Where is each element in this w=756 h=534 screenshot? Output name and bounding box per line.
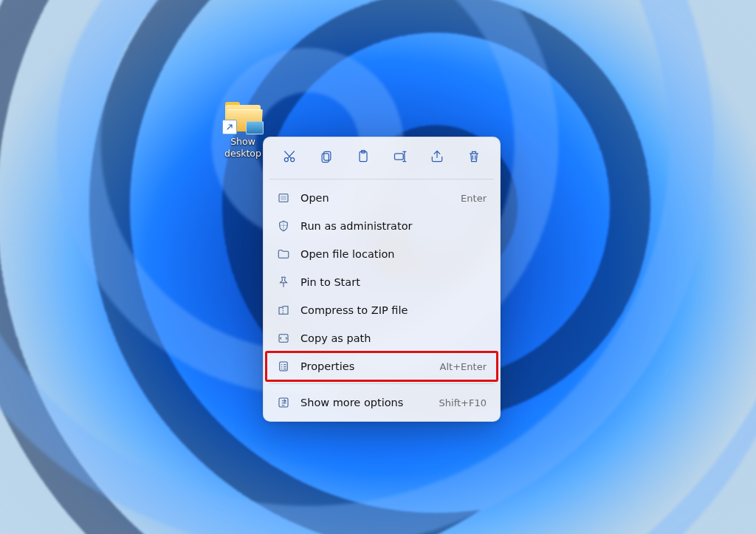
menu-item-open-file-location[interactable]: Open file location — [267, 240, 497, 268]
rename-button[interactable] — [388, 146, 413, 168]
svg-point-1 — [291, 157, 295, 161]
svg-rect-6 — [395, 153, 404, 159]
share-button[interactable] — [425, 146, 450, 168]
menu-item-label: Compress to ZIP file — [300, 304, 476, 316]
menu-item-accelerator: Shift+F10 — [439, 397, 487, 408]
menu-item-label: Open file location — [300, 248, 476, 260]
menu-item-open[interactable]: Open Enter — [267, 184, 497, 212]
menu-item-run-as-administrator[interactable]: Run as administrator — [267, 212, 497, 240]
share-icon — [430, 149, 444, 166]
menu-item-label: Open — [300, 192, 450, 204]
delete-button[interactable] — [461, 146, 487, 168]
cut-icon — [282, 149, 297, 166]
open-icon — [277, 191, 290, 205]
separator — [269, 383, 494, 384]
paste-button[interactable] — [351, 146, 376, 168]
folder-icon — [277, 247, 290, 261]
paste-icon — [356, 149, 371, 166]
copy-path-icon — [277, 332, 290, 345]
context-menu-top-actions — [264, 137, 500, 176]
properties-icon — [277, 360, 290, 373]
pin-icon — [277, 275, 290, 289]
menu-item-accelerator: Alt+Enter — [440, 361, 487, 372]
svg-point-0 — [284, 157, 288, 161]
desktop-shortcut-label: Show desktop — [223, 136, 263, 159]
menu-item-label: Copy as path — [300, 332, 476, 344]
menu-item-properties[interactable]: Properties Alt+Enter — [267, 352, 497, 380]
shortcut-arrow-icon — [222, 120, 237, 134]
menu-item-show-more-options[interactable]: Show more options Shift+F10 — [267, 388, 497, 417]
menu-item-label: Show more options — [300, 397, 429, 408]
menu-item-label: Properties — [300, 360, 430, 372]
menu-item-compress-to-zip[interactable]: Compress to ZIP file — [267, 296, 497, 324]
copy-button[interactable] — [314, 146, 339, 168]
svg-rect-2 — [324, 151, 331, 160]
cut-button[interactable] — [277, 146, 302, 168]
svg-rect-8 — [281, 196, 286, 200]
menu-item-pin-to-start[interactable]: Pin to Start — [267, 268, 497, 296]
zip-icon — [277, 304, 290, 317]
separator — [269, 179, 494, 179]
svg-rect-3 — [322, 153, 329, 162]
context-menu: Open Enter Run as administrator Open fil… — [263, 137, 501, 422]
svg-point-13 — [281, 369, 282, 369]
more-icon — [277, 396, 290, 409]
menu-item-accelerator: Enter — [461, 193, 487, 204]
rename-icon — [393, 149, 408, 166]
shield-icon — [277, 219, 290, 233]
menu-item-label: Pin to Start — [300, 276, 476, 288]
copy-icon — [319, 149, 334, 166]
svg-point-11 — [281, 364, 282, 365]
svg-point-12 — [281, 366, 282, 367]
folder-shortcut-icon — [224, 102, 262, 133]
delete-icon — [467, 149, 481, 166]
menu-item-copy-as-path[interactable]: Copy as path — [267, 324, 497, 352]
menu-item-label: Run as administrator — [300, 220, 476, 232]
